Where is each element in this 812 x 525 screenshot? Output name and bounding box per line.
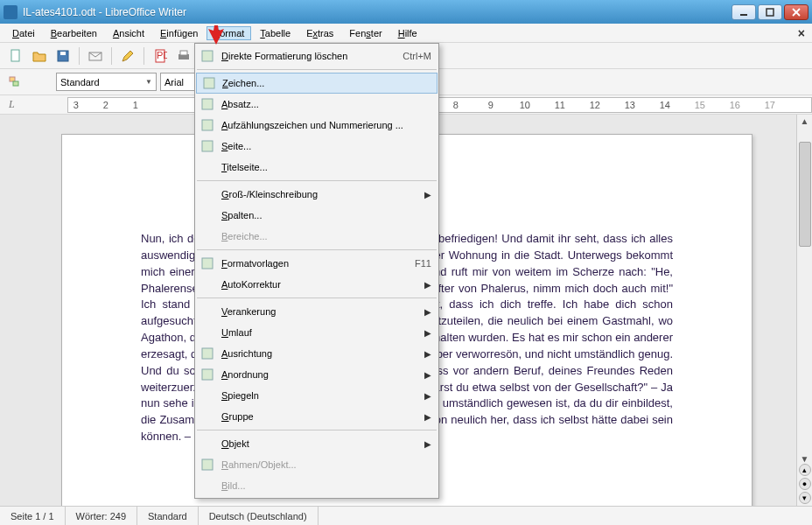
menu-bearbeiten[interactable]: Bearbeiten (44, 26, 104, 40)
format-menu-item-16[interactable]: Umlauf▶ (195, 322, 438, 343)
format-menu-item-3[interactable]: Absatz... (195, 94, 438, 115)
chevron-down-icon: ▼ (145, 78, 152, 86)
submenu-arrow-icon: ▶ (424, 190, 431, 200)
format-menu-item-19[interactable]: Spiegeln▶ (195, 385, 438, 406)
menu-item-label: Aufzählungszeichen und Nummerierung ... (221, 120, 431, 130)
next-page-button[interactable]: ▾ (799, 492, 811, 504)
svg-rect-17 (202, 99, 213, 109)
submenu-arrow-icon: ▶ (424, 307, 431, 317)
menu-item-label: Objekt (221, 438, 424, 449)
statusbar: Seite 1 / 1 Wörter: 249 Standard Deutsch… (0, 506, 812, 525)
svg-rect-18 (202, 120, 213, 130)
edit-mode-button[interactable] (117, 46, 138, 66)
maximize-button[interactable] (758, 4, 782, 20)
submenu-arrow-icon: ▶ (424, 439, 431, 449)
status-spacer (318, 507, 812, 525)
status-language[interactable]: Deutsch (Deutschland) (199, 507, 318, 525)
format-menu-item-13[interactable]: AutoKorrektur▶ (195, 274, 438, 295)
format-menu-item-8[interactable]: Groß-/Kleinschreibung▶ (195, 184, 438, 205)
frame-icon (200, 458, 214, 472)
mail-button[interactable] (85, 46, 106, 66)
svg-rect-23 (202, 459, 213, 470)
styles-dropdown-icon[interactable] (5, 72, 26, 93)
new-doc-button[interactable] (5, 46, 26, 66)
svg-rect-16 (204, 78, 214, 88)
styles-icon (200, 256, 214, 270)
svg-rect-5 (11, 50, 19, 61)
horizontal-ruler[interactable]: 3 2 1 8 9 10 11 12 13 14 15 16 17 (67, 97, 812, 113)
page-nav-buttons: ▴ ● ▾ (799, 464, 811, 504)
nav-target-button[interactable]: ● (799, 478, 811, 490)
status-page[interactable]: Seite 1 / 1 (0, 507, 66, 525)
clear-format-icon (200, 49, 214, 63)
submenu-arrow-icon: ▶ (424, 391, 431, 401)
format-menu-item-18[interactable]: Anordnung▶ (195, 364, 438, 385)
submenu-arrow-icon: ▶ (424, 370, 431, 380)
format-menu-item-0[interactable]: Direkte Formatierung löschenCtrl+M (195, 46, 438, 66)
menu-ansicht[interactable]: Ansicht (106, 26, 151, 40)
menu-extras[interactable]: Extras (299, 26, 340, 40)
vertical-scrollbar[interactable]: ▲ ▼ ▴ ● ▾ (796, 115, 812, 506)
menu-tabelle[interactable]: Tabelle (253, 26, 298, 40)
menu-datei[interactable]: Datei (5, 26, 42, 40)
submenu-arrow-icon: ▶ (424, 412, 431, 422)
menu-item-label: Umlauf (221, 327, 424, 338)
svg-rect-15 (202, 51, 213, 61)
menu-item-label: Spiegeln (221, 390, 424, 401)
format-menu-item-10: Bereiche... (195, 226, 438, 247)
format-menu-item-4[interactable]: Aufzählungszeichen und Nummerierung ... (195, 115, 438, 136)
format-menu-item-6[interactable]: Titelseite... (195, 157, 438, 178)
format-menu-item-22[interactable]: Objekt▶ (195, 433, 438, 454)
menu-item-label: Verankerung (221, 306, 424, 317)
menu-item-label: Absatz... (221, 99, 431, 109)
close-document-button[interactable]: × (798, 26, 805, 40)
window-title: IL-ates4101.odt - LibreOffice Writer (23, 6, 732, 18)
menu-item-label: Spalten... (221, 210, 431, 220)
menu-item-label: Titelseite... (221, 162, 431, 172)
scroll-down-icon[interactable]: ▼ (801, 454, 809, 464)
save-button[interactable] (52, 46, 74, 66)
menu-fenster[interactable]: Fenster (342, 26, 388, 40)
status-words[interactable]: Wörter: 249 (66, 507, 137, 525)
svg-marker-4 (208, 25, 224, 45)
export-pdf-button[interactable]: PDF (150, 46, 171, 66)
paragraph-style-combo[interactable]: Standard ▼ (56, 73, 157, 91)
menu-item-label: Anordnung (221, 369, 424, 380)
prev-page-button[interactable]: ▴ (799, 464, 811, 476)
format-menu-item-23: Rahmen/Objekt... (195, 454, 438, 475)
svg-text:PDF: PDF (157, 50, 167, 60)
format-menu-item-2[interactable]: Zeichen... (196, 73, 438, 94)
format-menu-item-20[interactable]: Gruppe▶ (195, 406, 438, 427)
menu-separator (197, 69, 437, 70)
format-menu-item-12[interactable]: FormatvorlagenF11 (195, 253, 438, 274)
format-menu-item-15[interactable]: Verankerung▶ (195, 301, 438, 322)
menu-item-shortcut: F11 (415, 258, 431, 269)
format-dropdown: Direkte Formatierung löschenCtrl+MZeiche… (194, 43, 439, 499)
scroll-up-icon[interactable]: ▲ (801, 116, 809, 126)
submenu-arrow-icon: ▶ (424, 349, 431, 359)
menu-separator (197, 430, 437, 430)
scrollbar-thumb[interactable] (799, 142, 811, 247)
open-button[interactable] (29, 46, 50, 66)
paragraph-icon (200, 97, 214, 111)
svg-rect-14 (13, 81, 18, 86)
format-menu-item-5[interactable]: Seite... (195, 136, 438, 157)
format-menu-item-17[interactable]: Ausrichtung▶ (195, 343, 438, 364)
menu-item-label: Zeichen... (222, 78, 430, 88)
menu-separator (197, 249, 437, 250)
minimize-button[interactable] (732, 4, 756, 20)
font-name-value: Arial (164, 77, 184, 88)
menu-separator (197, 180, 437, 181)
menu-item-label: Formatvorlagen (221, 258, 415, 269)
menu-item-label: AutoKorrektur (221, 279, 424, 290)
print-button[interactable] (173, 46, 194, 66)
svg-rect-7 (60, 52, 66, 55)
menu-item-label: Bereiche... (221, 231, 431, 242)
format-menu-item-9[interactable]: Spalten... (195, 205, 438, 226)
menu-item-label: Seite... (221, 141, 431, 151)
menu-einfuegen[interactable]: Einfügen (153, 26, 205, 40)
character-icon (202, 76, 216, 90)
status-style[interactable]: Standard (137, 507, 199, 525)
menu-hilfe[interactable]: Hilfe (391, 26, 424, 40)
close-button[interactable] (784, 4, 808, 20)
